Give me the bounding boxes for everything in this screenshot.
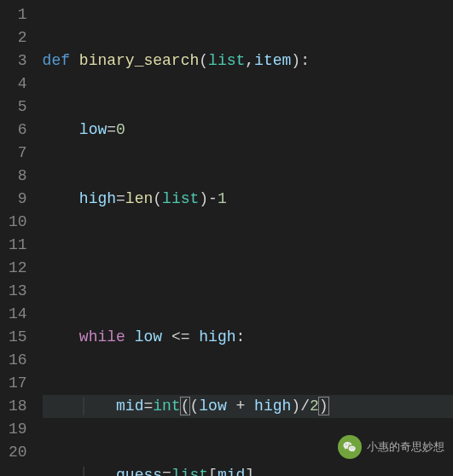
code-line[interactable]: def binary_search(list,item): [43, 49, 453, 73]
line-number: 5 [9, 96, 27, 119]
line-number: 4 [9, 73, 27, 96]
line-number: 6 [9, 119, 27, 142]
line-number: 2 [9, 26, 27, 49]
code-area[interactable]: def binary_search(list,item): low=0 high… [43, 0, 453, 476]
line-number: 11 [9, 234, 27, 257]
line-number: 12 [9, 257, 27, 280]
line-number: 13 [9, 280, 27, 303]
line-number: 18 [9, 395, 27, 418]
watermark: 小惠的奇思妙想 [338, 435, 444, 459]
code-line-active[interactable]: │ mid=int((low + high)/2) [43, 395, 453, 418]
code-line[interactable]: │ guess=list[mid] [43, 464, 453, 476]
watermark-text: 小惠的奇思妙想 [367, 439, 444, 455]
wechat-icon [338, 435, 362, 459]
code-line[interactable]: low=0 [43, 119, 453, 142]
line-number: 7 [9, 142, 27, 165]
line-number: 8 [9, 165, 27, 188]
code-line[interactable]: high=len(list)-1 [43, 188, 453, 211]
line-number: 14 [9, 303, 27, 326]
line-number: 9 [9, 188, 27, 211]
line-number: 19 [9, 418, 27, 441]
line-number: 20 [9, 441, 27, 464]
code-editor[interactable]: 1 2 3 4 5 6 7 8 9 10 11 12 13 14 15 16 1… [0, 0, 453, 476]
line-number: 16 [9, 349, 27, 372]
line-number: 17 [9, 372, 27, 395]
line-number: 15 [9, 326, 27, 349]
line-number: 3 [9, 49, 27, 73]
line-gutter: 1 2 3 4 5 6 7 8 9 10 11 12 13 14 15 16 1… [0, 0, 43, 476]
code-line[interactable]: while low <= high: [43, 326, 453, 349]
code-line[interactable] [43, 257, 453, 280]
line-number: 1 [9, 3, 27, 26]
line-number: 10 [9, 211, 27, 234]
